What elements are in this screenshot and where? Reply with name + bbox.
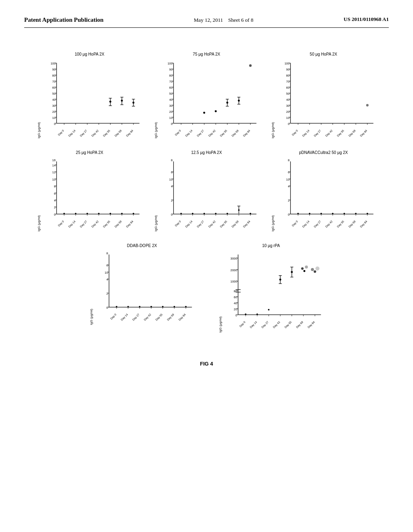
svg-text:Day 42: Day 42 [272, 321, 281, 329]
svg-text:0: 0 [171, 213, 173, 216]
svg-text:60: 60 [169, 85, 173, 89]
svg-text:16: 16 [52, 158, 56, 162]
svg-text:6: 6 [288, 170, 290, 174]
svg-text:2: 2 [171, 199, 173, 202]
svg-point-137 [366, 104, 369, 106]
figure-area: 100 μg HoPA 2X IgG (μg/ml) 0 10 20 30 40 [24, 52, 389, 367]
svg-text:14: 14 [52, 164, 56, 167]
chart-100ug-svg: 0 10 20 30 40 50 60 70 80 90 100 [42, 58, 142, 138]
svg-text:Day 55: Day 55 [155, 313, 163, 322]
page: Patent Application Publication May 12, 2… [0, 0, 413, 532]
svg-text:0: 0 [288, 122, 290, 125]
svg-text:Day 0: Day 0 [239, 321, 246, 328]
svg-text:Day 27: Day 27 [313, 220, 322, 228]
svg-text:Day 55: Day 55 [219, 220, 228, 228]
svg-text:Day 0: Day 0 [174, 129, 181, 136]
svg-text:10: 10 [105, 271, 108, 274]
svg-text:Day 55: Day 55 [102, 129, 111, 137]
svg-text:4: 4 [54, 199, 56, 202]
chart-100ug-ylabel: IgG (μg/ml) [37, 122, 41, 138]
svg-text:8: 8 [288, 158, 290, 162]
svg-text:10: 10 [169, 116, 173, 119]
figure-label: FIG 4 [200, 361, 213, 367]
header-publication-type: Patent Application Publication [24, 16, 104, 24]
svg-point-275 [116, 306, 117, 308]
svg-point-176 [121, 213, 123, 214]
chart-ddab: DDAB-DOPE 2X IgG (μg/ml) 0 2 4 6 8 10 [90, 243, 194, 332]
svg-text:0: 0 [54, 122, 56, 125]
svg-text:100: 100 [50, 62, 55, 65]
svg-text:4: 4 [171, 185, 173, 188]
svg-text:70: 70 [169, 80, 173, 83]
svg-text:80: 80 [234, 289, 237, 293]
svg-text:Day 84: Day 84 [359, 220, 368, 228]
chart-pdnavac-svg: 0 2 4 6 8 10 Day 0 Day 14 Day 27 [275, 156, 376, 232]
chart-50ug-svg: 0 10 20 30 40 50 60 70 80 90 100 [275, 58, 376, 138]
svg-text:Day 55: Day 55 [336, 129, 345, 137]
svg-text:Day 14: Day 14 [68, 220, 76, 228]
svg-text:10: 10 [52, 116, 56, 119]
svg-text:70: 70 [52, 80, 56, 83]
chart-50ug-ylabel: IgG (μg/ml) [271, 122, 275, 138]
svg-text:Day 0: Day 0 [291, 220, 298, 227]
svg-point-277 [139, 306, 140, 308]
svg-text:Day 14: Day 14 [120, 313, 129, 322]
chart-pdnavac-ylabel: IgG (μg/ml) [271, 215, 275, 231]
svg-text:30: 30 [169, 104, 173, 107]
svg-text:8: 8 [54, 185, 56, 188]
svg-text:20: 20 [52, 110, 56, 113]
svg-text:Day 55: Day 55 [219, 129, 228, 137]
svg-text:Day 14: Day 14 [185, 220, 193, 228]
svg-point-206 [192, 213, 194, 214]
svg-text:Day 27: Day 27 [313, 129, 322, 137]
svg-text:Day 14: Day 14 [302, 129, 310, 137]
svg-text:Day 0: Day 0 [57, 220, 65, 227]
svg-point-279 [162, 306, 164, 308]
svg-point-316 [245, 314, 246, 315]
svg-text:50: 50 [286, 91, 290, 95]
svg-text:2000: 2000 [230, 268, 237, 272]
svg-text:Day 55: Day 55 [102, 220, 111, 228]
svg-point-329 [305, 266, 308, 268]
svg-point-88 [203, 112, 205, 114]
svg-point-89 [215, 110, 217, 112]
svg-point-209 [227, 213, 228, 214]
svg-point-41 [109, 100, 111, 102]
svg-point-173 [86, 213, 88, 214]
svg-point-280 [173, 306, 175, 308]
svg-point-45 [121, 100, 123, 102]
chart-75ug-svg: 0 10 20 30 40 50 60 70 80 90 100 [159, 58, 259, 138]
svg-point-172 [75, 213, 77, 214]
svg-point-322 [279, 279, 281, 281]
svg-text:Day 84: Day 84 [307, 321, 315, 329]
svg-text:8: 8 [171, 158, 173, 162]
svg-text:Day 69: Day 69 [167, 313, 175, 322]
svg-point-330 [311, 268, 314, 271]
svg-point-246 [355, 213, 357, 214]
svg-text:8: 8 [106, 252, 108, 256]
svg-text:Day 0: Day 0 [174, 220, 181, 227]
header: Patent Application Publication May 12, 2… [24, 16, 389, 28]
svg-text:Day 42: Day 42 [143, 313, 152, 322]
chart-ddab-svg: 0 2 4 6 8 10 Day 0 Day 14 Day 27 [94, 249, 194, 325]
svg-text:Day 14: Day 14 [302, 220, 310, 228]
svg-text:50: 50 [52, 91, 56, 95]
svg-text:60: 60 [286, 85, 290, 89]
svg-point-331 [314, 270, 316, 273]
svg-text:Day 69: Day 69 [348, 129, 357, 137]
svg-text:40: 40 [52, 98, 56, 101]
svg-text:Day 69: Day 69 [231, 220, 240, 228]
svg-point-241 [297, 213, 299, 214]
chart-25ug-hopa: 25 μg HoPA 2X IgG (μg/ml) 0 2 4 6 8 10 1… [37, 150, 142, 232]
svg-point-328 [303, 270, 305, 272]
svg-text:Day 14: Day 14 [185, 129, 193, 137]
svg-text:Day 55: Day 55 [284, 321, 292, 329]
svg-text:Day 42: Day 42 [325, 129, 333, 137]
svg-text:Day 27: Day 27 [79, 129, 88, 137]
svg-point-171 [63, 213, 65, 214]
svg-point-93 [226, 102, 228, 104]
svg-text:40: 40 [234, 301, 237, 305]
svg-point-98 [249, 64, 252, 66]
chart-10ug-rpa-svg: 0 20 40 60 80 1000 2000 3000 [223, 249, 323, 332]
svg-point-97 [238, 100, 240, 102]
